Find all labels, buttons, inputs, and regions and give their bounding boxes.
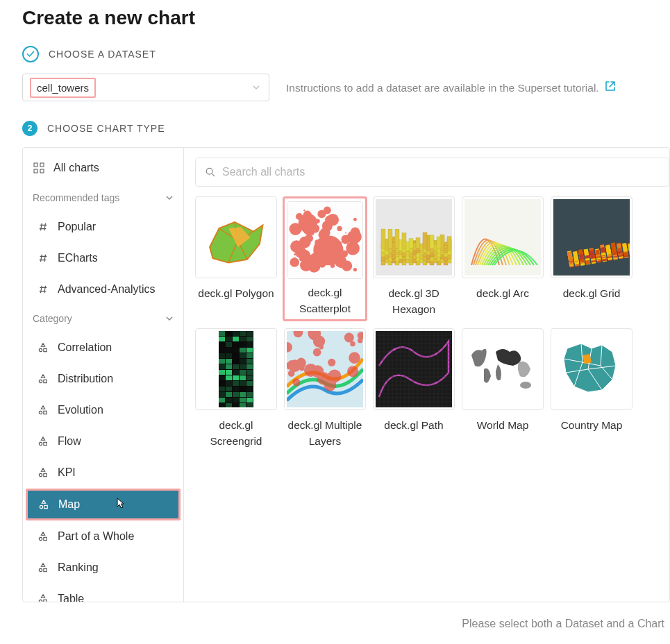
svg-point-73 — [352, 233, 358, 239]
svg-rect-1 — [40, 163, 44, 167]
svg-rect-362 — [219, 398, 225, 402]
chart-thumb — [551, 196, 633, 278]
chart-card-deck-gl-grid[interactable]: deck.gl Grid — [551, 196, 633, 321]
svg-rect-3 — [40, 169, 44, 173]
sidebar-category-ranking[interactable]: Ranking — [26, 552, 181, 583]
recommended-tags-header[interactable]: Recommended tags — [23, 188, 183, 207]
sidebar-category-map[interactable]: Map — [26, 489, 181, 520]
chart-label: deck.gl Path — [384, 417, 443, 433]
chart-card-deck-gl-multiple-layers[interactable]: deck.gl Multiple Layers — [284, 328, 366, 450]
svg-rect-320 — [240, 348, 246, 353]
svg-rect-365 — [240, 398, 246, 402]
sidebar-category-kpi[interactable]: KPI — [26, 457, 181, 488]
svg-point-445 — [520, 382, 531, 389]
svg-rect-364 — [233, 398, 239, 402]
svg-rect-318 — [226, 348, 232, 353]
svg-rect-170 — [388, 229, 392, 248]
svg-rect-326 — [246, 353, 253, 358]
svg-rect-325 — [240, 353, 246, 358]
svg-rect-176 — [430, 235, 434, 248]
sidebar-all-charts-label: All charts — [53, 162, 99, 174]
sidebar-category-correlation[interactable]: Correlation — [26, 332, 181, 363]
svg-rect-343 — [226, 375, 232, 380]
svg-point-20 — [39, 600, 42, 602]
svg-rect-329 — [233, 359, 239, 364]
sidebar-all-charts[interactable]: All charts — [23, 156, 183, 184]
chart-card-deck-gl-path[interactable]: deck.gl Path — [373, 328, 455, 450]
chart-sidebar: All charts Recommended tags PopularEChar… — [23, 148, 184, 602]
svg-rect-350 — [240, 381, 246, 386]
chart-search-input[interactable] — [222, 166, 659, 178]
svg-point-66 — [308, 260, 320, 272]
dataset-select[interactable]: cell_towers — [22, 74, 269, 101]
chart-thumb — [195, 196, 277, 278]
svg-rect-330 — [240, 359, 246, 364]
chart-label: World Map — [477, 417, 529, 433]
svg-rect-323 — [226, 353, 232, 358]
chart-card-world-map[interactable]: World Map — [462, 328, 544, 450]
page-title: Create a new chart — [22, 7, 670, 29]
svg-point-87 — [299, 213, 317, 232]
svg-rect-17 — [44, 537, 47, 540]
chart-thumb — [551, 328, 633, 410]
category-header[interactable]: Category — [23, 309, 183, 328]
chart-card-deck-gl-scatterplot[interactable]: deck.gl Scatterplot — [284, 196, 366, 321]
svg-rect-15 — [44, 505, 47, 508]
chart-card-deck-gl-polygon[interactable]: deck.gl Polygon — [195, 196, 277, 321]
step-1-header: CHOOSE A DATASET — [22, 46, 670, 62]
svg-rect-7 — [44, 380, 47, 382]
svg-point-401 — [289, 359, 301, 372]
hash-icon — [37, 222, 49, 232]
svg-rect-334 — [233, 364, 239, 369]
svg-point-16 — [39, 537, 42, 540]
tutorial-link[interactable] — [605, 80, 616, 92]
sidebar-item-label: ECharts — [58, 252, 98, 264]
svg-rect-11 — [44, 442, 47, 445]
category-icon — [37, 437, 49, 446]
sidebar-tag-advanced-analytics[interactable]: Advanced-Analytics — [26, 274, 181, 305]
sidebar-category-evolution[interactable]: Evolution — [26, 395, 181, 425]
svg-point-393 — [292, 378, 300, 386]
svg-rect-348 — [226, 381, 232, 386]
sidebar-category-distribution[interactable]: Distribution — [26, 364, 181, 394]
chart-thumb — [284, 328, 366, 410]
chart-grid: deck.gl Polygondeck.gl Scatterplotdeck.g… — [195, 196, 669, 450]
svg-rect-335 — [240, 364, 246, 369]
chart-card-deck-gl-3d-hexagon[interactable]: deck.gl 3D Hexagon — [373, 196, 455, 321]
svg-rect-13 — [44, 473, 47, 476]
svg-rect-324 — [233, 353, 239, 358]
svg-rect-337 — [219, 370, 225, 375]
dataset-instructions: Instructions to add a dataset are availa… — [286, 80, 616, 94]
sidebar-category-part-of-a-whole[interactable]: Part of a Whole — [26, 521, 181, 552]
chart-card-country-map[interactable]: Country Map — [551, 328, 633, 450]
sidebar-item-label: Advanced-Analytics — [58, 283, 156, 296]
sidebar-item-label: Distribution — [58, 373, 113, 385]
chart-card-deck-gl-arc[interactable]: deck.gl Arc — [462, 196, 544, 321]
grid-icon — [33, 162, 45, 173]
svg-rect-340 — [240, 370, 246, 375]
svg-point-76 — [299, 257, 303, 261]
chart-thumb — [462, 328, 544, 410]
sidebar-item-label: KPI — [58, 466, 76, 479]
sidebar-tag-echarts[interactable]: ECharts — [26, 243, 181, 273]
hash-icon — [37, 285, 49, 294]
category-icon — [37, 374, 49, 384]
chart-card-deck-gl-screengrid[interactable]: deck.gl Screengrid — [195, 328, 277, 450]
svg-rect-311 — [246, 337, 253, 341]
svg-rect-304 — [233, 331, 239, 336]
svg-point-10 — [39, 442, 42, 445]
svg-rect-312 — [219, 342, 225, 347]
chart-search[interactable] — [195, 158, 669, 187]
step-1-title: CHOOSE A DATASET — [49, 49, 156, 60]
svg-rect-174 — [416, 238, 420, 248]
chart-thumb — [373, 328, 455, 410]
chart-label: deck.gl Polygon — [198, 285, 274, 301]
chart-thumb — [373, 196, 455, 278]
sidebar-tag-popular[interactable]: Popular — [26, 212, 181, 242]
sidebar-category-flow[interactable]: Flow — [26, 426, 181, 457]
chevron-down-icon — [252, 83, 260, 92]
svg-rect-310 — [240, 337, 246, 341]
svg-rect-5 — [44, 348, 47, 351]
svg-rect-327 — [219, 359, 225, 364]
sidebar-category-table[interactable]: Table — [26, 584, 181, 602]
